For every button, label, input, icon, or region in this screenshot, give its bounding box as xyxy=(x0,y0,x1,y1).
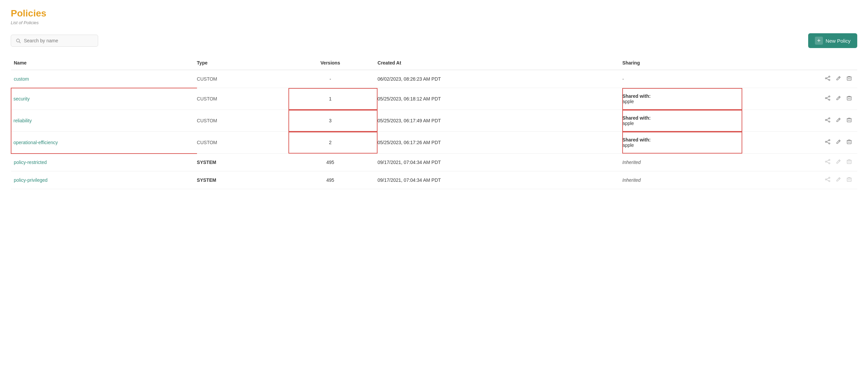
svg-point-4 xyxy=(825,77,827,79)
policy-name-link[interactable]: operational-efficiency xyxy=(13,140,58,145)
cell-sharing: Inherited xyxy=(622,171,742,189)
policies-table: Name Type Versions Created At Sharing cu… xyxy=(11,56,857,189)
policy-name-link[interactable]: reliability xyxy=(13,118,32,123)
delete-icon xyxy=(846,159,852,166)
page-container: Policies List of Policies + New Policy N… xyxy=(0,0,868,377)
svg-rect-38 xyxy=(847,140,851,144)
cell-type: CUSTOM xyxy=(197,110,288,132)
sharing-label: Shared with:apple xyxy=(622,137,651,148)
cell-versions: 495 xyxy=(288,154,377,171)
cell-sharing: - xyxy=(622,70,742,88)
delete-icon[interactable] xyxy=(846,75,852,82)
svg-point-2 xyxy=(829,76,830,77)
cell-name: security xyxy=(11,88,197,110)
policy-name-link[interactable]: custom xyxy=(14,76,29,82)
svg-line-57 xyxy=(839,179,840,180)
cell-name: policy-privileged xyxy=(11,171,197,189)
new-policy-button[interactable]: + New Policy xyxy=(808,33,857,48)
toolbar: + New Policy xyxy=(11,33,857,48)
sharing-inherited: Inherited xyxy=(622,178,641,183)
policy-name-link[interactable]: security xyxy=(13,96,30,101)
col-header-versions: Versions xyxy=(288,56,377,70)
col-header-created-at: Created At xyxy=(377,56,622,70)
table-header: Name Type Versions Created At Sharing xyxy=(11,56,857,70)
svg-point-12 xyxy=(829,96,830,97)
table-row: policy-restrictedSYSTEM49509/17/2021, 07… xyxy=(11,154,857,171)
cell-actions xyxy=(742,70,857,88)
share-icon[interactable] xyxy=(825,95,830,102)
svg-point-3 xyxy=(829,79,830,81)
table-row: policy-privilegedSYSTEM49509/17/2021, 07… xyxy=(11,171,857,189)
share-icon[interactable] xyxy=(825,75,830,82)
svg-line-26 xyxy=(827,120,829,121)
svg-point-53 xyxy=(829,181,830,182)
edit-icon[interactable] xyxy=(836,139,841,146)
table-body: customCUSTOM-06/02/2023, 08:26:23 AM PDT… xyxy=(11,70,857,189)
svg-point-13 xyxy=(829,99,830,100)
col-header-type: Type xyxy=(197,56,288,70)
delete-icon[interactable] xyxy=(846,117,852,124)
cell-versions: 1 xyxy=(288,88,377,110)
cell-name: policy-restricted xyxy=(11,154,197,171)
new-policy-plus-icon: + xyxy=(815,37,823,45)
cell-actions xyxy=(742,88,857,110)
delete-icon[interactable] xyxy=(846,139,852,146)
svg-point-24 xyxy=(825,119,827,121)
cell-sharing: Shared with:apple xyxy=(622,132,742,154)
cell-created-at: 09/17/2021, 07:04:34 AM PDT xyxy=(377,171,622,189)
cell-actions xyxy=(742,132,857,154)
sharing-label: Shared with:apple xyxy=(622,115,651,126)
cell-versions: 3 xyxy=(288,110,377,132)
sharing-label: Shared with:apple xyxy=(622,93,651,104)
svg-line-36 xyxy=(827,142,829,143)
svg-line-16 xyxy=(827,98,829,99)
svg-line-6 xyxy=(827,78,829,80)
svg-point-33 xyxy=(829,143,830,144)
action-icons xyxy=(742,95,852,102)
svg-rect-48 xyxy=(847,160,851,164)
svg-line-5 xyxy=(827,77,829,78)
policy-name-link[interactable]: policy-restricted xyxy=(14,160,47,165)
col-header-actions xyxy=(742,56,857,70)
table-row: operational-efficiencyCUSTOM205/25/2023,… xyxy=(11,132,857,154)
svg-line-37 xyxy=(839,141,840,142)
svg-rect-18 xyxy=(847,97,851,100)
search-input[interactable] xyxy=(24,38,93,43)
svg-line-46 xyxy=(827,162,829,163)
svg-point-44 xyxy=(825,161,827,162)
col-header-name: Name xyxy=(11,56,197,70)
edit-icon xyxy=(836,177,841,184)
svg-line-56 xyxy=(827,180,829,181)
svg-point-54 xyxy=(825,179,827,180)
delete-icon[interactable] xyxy=(846,95,852,102)
share-icon[interactable] xyxy=(825,139,830,146)
action-icons xyxy=(742,75,852,82)
edit-icon[interactable] xyxy=(836,117,841,124)
policy-name-link[interactable]: policy-privileged xyxy=(14,178,48,183)
edit-icon[interactable] xyxy=(836,95,841,102)
cell-type: SYSTEM xyxy=(197,171,288,189)
svg-point-23 xyxy=(829,121,830,122)
cell-actions xyxy=(742,171,857,189)
cell-sharing: Inherited xyxy=(622,154,742,171)
svg-point-0 xyxy=(17,39,20,42)
cell-sharing: Shared with:apple xyxy=(622,110,742,132)
table-row: securityCUSTOM105/25/2023, 06:18:12 AM P… xyxy=(11,88,857,110)
svg-point-42 xyxy=(829,159,830,161)
action-icons xyxy=(742,139,852,146)
cell-created-at: 06/02/2023, 08:26:23 AM PDT xyxy=(377,70,622,88)
svg-line-25 xyxy=(827,119,829,120)
search-container xyxy=(11,35,98,46)
svg-rect-58 xyxy=(847,178,851,182)
svg-line-1 xyxy=(19,42,21,43)
cell-created-at: 05/25/2023, 06:17:49 AM PDT xyxy=(377,110,622,132)
svg-line-45 xyxy=(827,160,829,161)
cell-name: operational-efficiency xyxy=(11,132,197,154)
edit-icon[interactable] xyxy=(836,75,841,82)
cell-name: reliability xyxy=(11,110,197,132)
share-icon[interactable] xyxy=(825,117,830,124)
cell-name: custom xyxy=(11,70,197,88)
svg-point-32 xyxy=(829,139,830,141)
edit-icon xyxy=(836,159,841,166)
svg-rect-8 xyxy=(847,77,851,80)
